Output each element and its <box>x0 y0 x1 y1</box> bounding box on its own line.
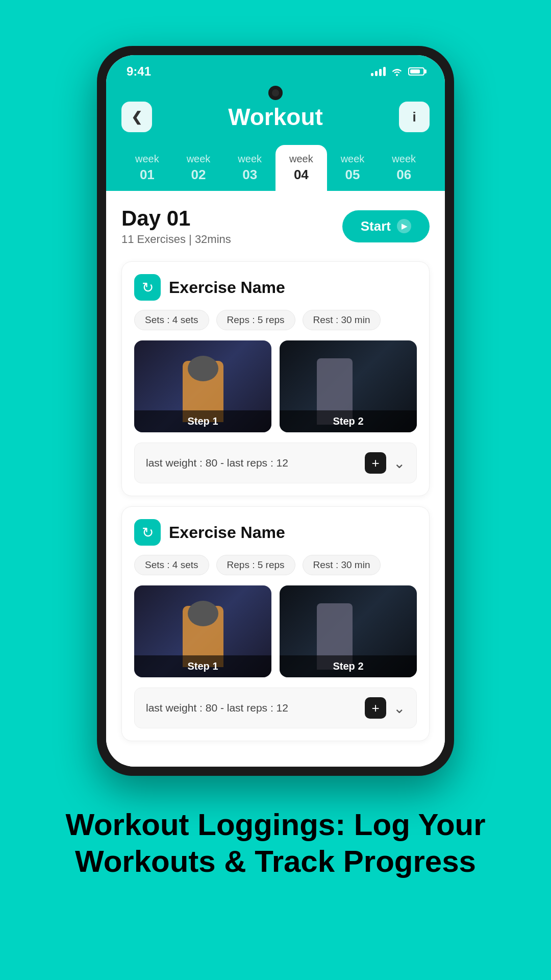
exercise-images-2: Step 1 Step 2 <box>134 585 417 677</box>
exercise-header-1: ↻ Exercise Name <box>134 274 417 301</box>
battery-icon <box>408 67 424 76</box>
add-weight-button-1[interactable]: + <box>365 452 386 474</box>
week-label-5: week <box>341 153 365 165</box>
battery-fill <box>410 69 420 74</box>
week-number-5: 05 <box>345 167 360 183</box>
week-item-05[interactable]: week 05 <box>327 145 379 191</box>
info-button[interactable]: i <box>399 102 430 132</box>
step2-label-1: Step 2 <box>280 410 417 432</box>
play-icon: ▶ <box>397 219 411 233</box>
sets-tag-1: Sets : 4 sets <box>134 310 209 330</box>
week-number-6: 06 <box>396 167 411 183</box>
week-label-3: week <box>238 153 262 165</box>
week-number-4: 04 <box>294 167 309 183</box>
rest-tag-2: Rest : 30 min <box>303 555 381 575</box>
week-item-06[interactable]: week 06 <box>378 145 430 191</box>
exercise-refresh-icon-2: ↻ <box>134 519 161 546</box>
step1-image-2[interactable]: Step 1 <box>134 585 271 677</box>
week-label-4: week <box>289 153 313 165</box>
phone-frame: 9:41 ❮ <box>97 46 454 776</box>
step1-label-2: Step 1 <box>134 655 271 677</box>
step2-image-1[interactable]: Step 2 <box>280 340 417 432</box>
info-icon: i <box>412 109 416 125</box>
week-number-2: 02 <box>191 167 206 183</box>
exercise-name-1: Exercise Name <box>169 278 285 297</box>
week-number-3: 03 <box>242 167 257 183</box>
wifi-icon <box>391 67 403 76</box>
chevron-down-icon-1[interactable]: ⌄ <box>393 455 405 472</box>
last-weight-actions-2: + ⌄ <box>365 697 405 719</box>
start-label: Start <box>361 218 391 234</box>
week-label-6: week <box>392 153 416 165</box>
rest-tag-1: Rest : 30 min <box>303 310 381 330</box>
week-label-1: week <box>135 153 159 165</box>
signal-bars-icon <box>371 67 386 76</box>
week-item-03[interactable]: week 03 <box>224 145 276 191</box>
day-info: Day 01 11 Exercises | 32mins <box>121 206 231 246</box>
week-item-04[interactable]: week 04 <box>276 145 327 191</box>
week-selector: week 01 week 02 week 03 week 04 <box>121 145 430 191</box>
last-weight-bar-1: last weight : 80 - last reps : 12 + ⌄ <box>134 443 417 483</box>
phone-wrapper: 9:41 ❮ <box>97 46 454 776</box>
start-button[interactable]: Start ▶ <box>342 210 430 242</box>
phone-screen: 9:41 ❮ <box>106 55 445 767</box>
week-number-1: 01 <box>140 167 155 183</box>
exercise-card-1: ↻ Exercise Name Sets : 4 sets Reps : 5 r… <box>121 261 430 496</box>
page-title: Workout <box>228 103 323 131</box>
week-item-01[interactable]: week 01 <box>121 145 173 191</box>
bottom-caption: Workout Loggings: Log Your Workouts & Tr… <box>0 776 551 921</box>
sets-tag-2: Sets : 4 sets <box>134 555 209 575</box>
reps-tag-1: Reps : 5 reps <box>216 310 295 330</box>
exercise-name-2: Exercise Name <box>169 523 285 542</box>
caption-text: Workout Loggings: Log Your Workouts & Tr… <box>41 806 510 880</box>
back-button[interactable]: ❮ <box>121 102 152 132</box>
camera-notch <box>268 86 283 100</box>
step2-label-2: Step 2 <box>280 655 417 677</box>
reps-tag-2: Reps : 5 reps <box>216 555 295 575</box>
week-label-2: week <box>187 153 211 165</box>
status-time: 9:41 <box>127 64 151 79</box>
status-bar: 9:41 <box>106 55 445 84</box>
day-meta: 11 Exercises | 32mins <box>121 233 231 246</box>
step2-image-2[interactable]: Step 2 <box>280 585 417 677</box>
last-weight-text-1: last weight : 80 - last reps : 12 <box>146 457 288 469</box>
back-icon: ❮ <box>131 109 142 125</box>
step1-label-1: Step 1 <box>134 410 271 432</box>
add-weight-button-2[interactable]: + <box>365 697 386 719</box>
exercise-refresh-icon-1: ↻ <box>134 274 161 301</box>
exercise-card-2: ↻ Exercise Name Sets : 4 sets Reps : 5 r… <box>121 506 430 741</box>
chevron-down-icon-2[interactable]: ⌄ <box>393 700 405 717</box>
header-nav: ❮ Workout i <box>121 94 430 145</box>
content-area: Day 01 11 Exercises | 32mins Start ▶ ↻ E… <box>106 191 445 767</box>
week-item-02[interactable]: week 02 <box>173 145 224 191</box>
last-weight-bar-2: last weight : 80 - last reps : 12 + ⌄ <box>134 688 417 728</box>
day-header: Day 01 11 Exercises | 32mins Start ▶ <box>121 206 430 246</box>
exercise-images-1: Step 1 Step 2 <box>134 340 417 432</box>
step1-image-1[interactable]: Step 1 <box>134 340 271 432</box>
exercise-header-2: ↻ Exercise Name <box>134 519 417 546</box>
day-title: Day 01 <box>121 206 231 231</box>
last-weight-actions-1: + ⌄ <box>365 452 405 474</box>
exercise-tags-2: Sets : 4 sets Reps : 5 reps Rest : 30 mi… <box>134 555 417 575</box>
last-weight-text-2: last weight : 80 - last reps : 12 <box>146 702 288 714</box>
status-icons <box>371 67 424 76</box>
exercise-tags-1: Sets : 4 sets Reps : 5 reps Rest : 30 mi… <box>134 310 417 330</box>
